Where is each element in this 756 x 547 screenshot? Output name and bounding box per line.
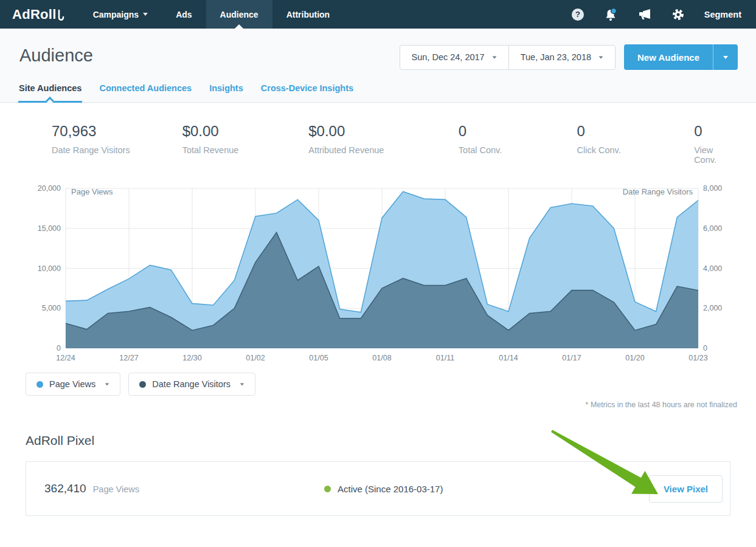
audience-tabs: Site Audiences Connected Audiences Insig… [18,83,738,102]
nav-item-label: Audience [220,10,258,19]
stat-value: 0 [694,123,738,140]
adroll-logo[interactable]: AdRoll [0,0,79,29]
traffic-area-chart: 005,0002,00010,0004,00015,0006,00020,000… [24,179,742,363]
svg-text:6,000: 6,000 [703,224,722,233]
page-title: Audience [19,46,93,66]
legend-page-views-dropdown[interactable]: Page Views [26,373,120,396]
tab-cross-device-insights[interactable]: Cross-Device Insights [260,83,354,102]
stat-value: 0 [577,123,694,140]
stat-label: Total Revenue [182,145,309,155]
stat-label: Date Range Visitors [52,145,182,155]
pixel-status-text: Active (Since 2016-03-17) [338,484,443,494]
stat-label: View Conv. [694,145,738,165]
svg-text:20,000: 20,000 [38,184,61,193]
stat-click-conv: 0 Click Conv. [577,123,694,165]
view-pixel-button[interactable]: View Pixel [649,475,723,503]
svg-text:Page Views: Page Views [71,187,113,196]
svg-text:0: 0 [57,344,61,353]
svg-text:4,000: 4,000 [703,264,722,273]
adroll-pixel-card: 362,410 Page Views Active (Since 2016-03… [26,461,730,516]
nav-item-label: Ads [176,10,192,19]
chevron-down-icon [105,383,109,385]
page-views-series-dot [36,381,43,388]
chevron-down-icon [492,56,496,58]
nav-item-campaigns[interactable]: Campaigns [79,0,162,29]
nav-item-label: Campaigns [93,10,139,19]
new-audience-split-button: New Audience [624,44,738,70]
legend-label: Page Views [49,379,95,389]
notification-badge [611,8,616,13]
svg-text:0: 0 [703,344,707,353]
chevron-down-icon [240,383,244,385]
svg-text:15,000: 15,000 [38,224,61,233]
summary-stats: 70,963 Date Range Visitors $0.00 Total R… [0,103,756,165]
svg-text:8,000: 8,000 [703,184,722,193]
svg-text:01/08: 01/08 [372,354,391,362]
stat-total-revenue: $0.00 Total Revenue [182,123,309,165]
stat-view-conv: 0 View Conv. [694,123,738,165]
help-icon[interactable]: ? [572,9,584,21]
legend-date-range-visitors-dropdown[interactable]: Date Range Visitors [128,373,255,396]
svg-text:01/11: 01/11 [436,354,454,362]
chart-legend: Page Views Date Range Visitors [26,373,756,396]
adroll-logo-curl-icon [57,8,64,22]
svg-text:12/30: 12/30 [182,354,201,362]
nav-right-icons: ? Segment [572,0,756,29]
svg-text:Date Range Visitors: Date Range Visitors [623,187,693,196]
svg-text:12/27: 12/27 [119,354,138,362]
svg-text:01/23: 01/23 [688,354,707,362]
svg-text:5,000: 5,000 [42,304,61,312]
svg-text:01/05: 01/05 [309,354,328,362]
end-date-dropdown[interactable]: Tue, Jan 23, 2018 [508,46,615,69]
svg-text:01/14: 01/14 [499,354,518,362]
stat-value: $0.00 [182,123,309,140]
chevron-down-icon [599,56,603,58]
visitors-series-dot [139,381,146,388]
start-date-value: Sun, Dec 24, 2017 [412,52,485,62]
adroll-pixel-heading: AdRoll Pixel [26,433,756,448]
notifications-bell-icon[interactable] [604,7,617,22]
pixel-page-views: 362,410 Page Views [44,482,324,495]
nav-item-attribution[interactable]: Attribution [272,0,344,29]
stat-attributed-revenue: $0.00 Attributed Revenue [308,123,459,165]
legend-label: Date Range Visitors [152,379,231,389]
stat-value: 0 [459,123,577,140]
svg-text:12/24: 12/24 [56,354,75,362]
start-date-dropdown[interactable]: Sun, Dec 24, 2017 [400,46,508,69]
pixel-page-views-value: 362,410 [44,482,86,495]
account-segment-link[interactable]: Segment [704,10,741,19]
tab-insights[interactable]: Insights [209,83,244,102]
svg-text:10,000: 10,000 [38,264,61,273]
stat-label: Attributed Revenue [308,145,459,155]
svg-text:01/02: 01/02 [246,354,265,362]
stat-label: Total Conv. [459,145,577,155]
stat-label: Click Conv. [577,145,694,155]
svg-text:01/17: 01/17 [562,354,581,362]
settings-gear-icon[interactable] [672,9,684,21]
top-nav: AdRoll Campaigns Ads Audience Attributio… [0,0,756,29]
new-audience-button[interactable]: New Audience [624,44,713,70]
nav-item-label: Attribution [286,10,330,19]
tab-connected-audiences[interactable]: Connected Audiences [99,83,192,102]
metrics-disclaimer: * Metrics in the last 48 hours are not f… [0,401,737,409]
active-status-dot [324,486,331,492]
chevron-down-icon [723,56,728,59]
pixel-page-views-label: Page Views [93,484,139,494]
new-audience-menu-button[interactable] [713,44,738,70]
svg-text:01/20: 01/20 [625,354,644,362]
chevron-down-icon [143,13,148,16]
announcements-megaphone-icon[interactable] [637,9,652,21]
stat-value: 70,963 [52,123,182,140]
svg-text:2,000: 2,000 [703,304,722,312]
help-glyph: ? [575,10,580,19]
traffic-chart-section: 005,0002,00010,0004,00015,0006,00020,000… [0,179,756,363]
nav-item-ads[interactable]: Ads [162,0,206,29]
adroll-logo-text: AdRoll [12,7,57,22]
nav-item-audience[interactable]: Audience [206,0,272,29]
stat-value: $0.00 [308,123,459,140]
end-date-value: Tue, Jan 23, 2018 [521,52,591,62]
tab-site-audiences[interactable]: Site Audiences [18,83,82,102]
date-range-picker: Sun, Dec 24, 2017 Tue, Jan 23, 2018 [400,45,616,70]
stat-total-conv: 0 Total Conv. [459,123,577,165]
pixel-status: Active (Since 2016-03-17) [324,484,443,494]
